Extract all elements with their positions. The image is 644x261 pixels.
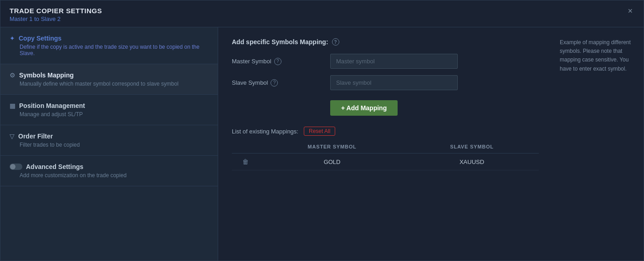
sidebar-item-advanced-settings-header: Advanced Settings — [10, 163, 209, 170]
sidebar: ✦ Copy Settings Define if the copy is ac… — [0, 27, 218, 261]
close-button[interactable]: × — [626, 7, 634, 15]
mappings-list-section: List of existing Mappings: Reset All MAS… — [232, 127, 539, 170]
sidebar-item-symbols-mapping-header: ⚙ Symbols Mapping — [10, 72, 209, 79]
copy-settings-icon: ✦ — [10, 35, 15, 42]
list-title: List of existing Mappings: — [232, 128, 298, 135]
symbols-mapping-icon: ⚙ — [10, 72, 15, 79]
sidebar-item-advanced-settings-title: Advanced Settings — [26, 163, 83, 170]
sidebar-item-order-filter-desc: Filter trades to be copied — [20, 142, 209, 148]
slave-symbol-row: Slave Symbol ? — [232, 75, 539, 90]
info-panel-text: Example of mapping different symbols. Pl… — [560, 39, 631, 72]
table-header-delete — [232, 140, 259, 154]
sidebar-item-position-management[interactable]: ▦ Position Management Manage and adjust … — [0, 95, 218, 125]
sidebar-item-symbols-mapping-desc: Manually define which master symbol corr… — [20, 81, 209, 87]
slave-symbol-cell: XAUUSD — [405, 154, 539, 170]
section-help-icon[interactable]: ? — [332, 38, 339, 46]
slave-symbol-label: Slave Symbol ? — [232, 79, 323, 87]
sidebar-item-order-filter-header: ▽ Order Filter — [10, 133, 209, 140]
table-row: 🗑 GOLD XAUUSD — [232, 154, 539, 170]
sidebar-item-advanced-settings[interactable]: Advanced Settings Add more customization… — [0, 156, 218, 186]
modal-header: TRADE COPIER SETTINGS Master 1 to Slave … — [0, 0, 644, 27]
table-header-row: MASTER SYMBOL SLAVE SYMBOL — [232, 140, 539, 154]
list-header: List of existing Mappings: Reset All — [232, 127, 539, 136]
table-header-slave: SLAVE SYMBOL — [405, 140, 539, 154]
add-mapping-section-title: Add specific Symbols Mapping: ? — [232, 38, 539, 46]
sidebar-item-order-filter-title: Order Filter — [18, 133, 53, 140]
sidebar-item-copy-settings-title: Copy Settings — [19, 35, 61, 42]
modal-title-group: TRADE COPIER SETTINGS Master 1 to Slave … — [10, 7, 102, 22]
sidebar-item-copy-settings-desc: Define if the copy is active and the tra… — [20, 44, 209, 56]
master-symbol-cell: GOLD — [259, 154, 405, 170]
sidebar-item-position-management-desc: Manage and adjust SL/TP — [20, 111, 209, 118]
modal-subtitle: Master 1 to Slave 2 — [10, 15, 102, 22]
table-body: 🗑 GOLD XAUUSD — [232, 154, 539, 170]
sidebar-item-position-management-title: Position Management — [19, 102, 85, 109]
master-symbol-label: Master Symbol ? — [232, 58, 323, 65]
delete-cell[interactable]: 🗑 — [232, 154, 259, 170]
slave-symbol-help-icon[interactable]: ? — [271, 79, 278, 87]
add-mapping-button[interactable]: + Add Mapping — [330, 100, 398, 116]
info-panel: Example of mapping different symbols. Pl… — [552, 27, 644, 261]
mappings-table: MASTER SYMBOL SLAVE SYMBOL 🗑 GOLD XAUUSD — [232, 140, 539, 170]
position-management-icon: ▦ — [10, 102, 15, 109]
master-symbol-row: Master Symbol ? — [232, 54, 539, 69]
order-filter-icon: ▽ — [10, 133, 15, 140]
master-symbol-input[interactable] — [330, 54, 458, 69]
sidebar-item-position-management-header: ▦ Position Management — [10, 102, 209, 109]
sidebar-item-order-filter[interactable]: ▽ Order Filter Filter trades to be copie… — [0, 125, 218, 156]
content-area: Add specific Symbols Mapping: ? Master S… — [218, 27, 644, 261]
delete-icon[interactable]: 🗑 — [242, 158, 249, 165]
trade-copier-settings-modal: TRADE COPIER SETTINGS Master 1 to Slave … — [0, 0, 644, 261]
sidebar-item-copy-settings[interactable]: ✦ Copy Settings Define if the copy is ac… — [0, 27, 218, 64]
sidebar-item-symbols-mapping[interactable]: ⚙ Symbols Mapping Manually define which … — [0, 64, 218, 95]
slave-symbol-input[interactable] — [330, 75, 458, 90]
modal-title: TRADE COPIER SETTINGS — [10, 7, 102, 15]
advanced-settings-toggle[interactable] — [10, 164, 22, 170]
sidebar-item-advanced-settings-desc: Add more customization on the trade copi… — [20, 172, 209, 179]
table-header-master: MASTER SYMBOL — [259, 140, 405, 154]
main-content: Add specific Symbols Mapping: ? Master S… — [218, 27, 552, 261]
sidebar-item-symbols-mapping-title: Symbols Mapping — [19, 72, 74, 79]
master-symbol-help-icon[interactable]: ? — [274, 58, 281, 65]
modal-body: ✦ Copy Settings Define if the copy is ac… — [0, 27, 644, 261]
reset-all-button[interactable]: Reset All — [304, 127, 335, 136]
sidebar-item-copy-settings-header: ✦ Copy Settings — [10, 35, 209, 42]
